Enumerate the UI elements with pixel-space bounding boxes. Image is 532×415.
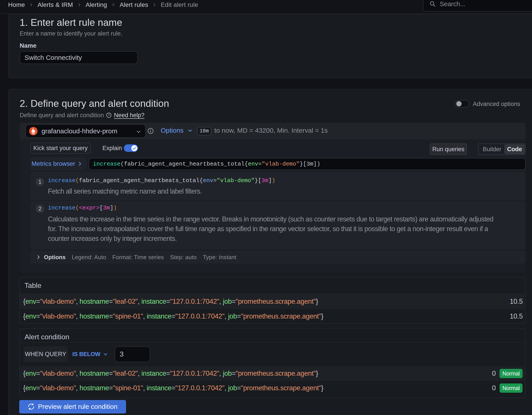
- svg-text:?: ?: [108, 113, 110, 117]
